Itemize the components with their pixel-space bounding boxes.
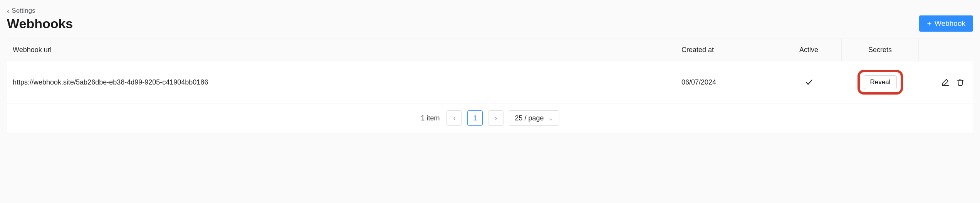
col-header-created-at: Created at — [676, 39, 776, 61]
pagination-prev-button[interactable]: ‹ — [446, 110, 462, 126]
pagination: 1 item ‹ 1 › 25 / page ⌄ — [7, 103, 973, 134]
pagination-count: 1 item — [421, 114, 440, 122]
col-header-url: Webhook url — [7, 39, 676, 61]
reveal-highlight: Reveal — [858, 70, 903, 95]
page-size-label: 25 / page — [515, 114, 544, 122]
plus-icon: + — [927, 20, 931, 27]
edit-webhook-button[interactable] — [940, 77, 950, 87]
delete-webhook-button[interactable] — [956, 77, 965, 87]
col-header-active: Active — [776, 39, 842, 61]
pencil-icon — [941, 78, 950, 86]
webhooks-table: Webhook url Created at Active Secrets ht… — [7, 39, 973, 134]
cell-active — [776, 61, 842, 103]
trash-icon — [957, 78, 964, 86]
chevron-down-icon: ⌄ — [548, 114, 554, 122]
reveal-secret-button[interactable]: Reveal — [864, 75, 897, 89]
pagination-next-button[interactable]: › — [488, 110, 503, 126]
chevron-left-icon: ‹ — [453, 114, 455, 122]
col-header-secrets: Secrets — [842, 39, 919, 61]
add-webhook-button[interactable]: + Webhook — [919, 15, 973, 32]
page-title: Webhooks — [7, 16, 73, 31]
pagination-page-1[interactable]: 1 — [467, 110, 483, 126]
cell-url: https://webhook.site/5ab26dbe-eb38-4d99-… — [7, 61, 676, 103]
page-size-select[interactable]: 25 / page ⌄ — [509, 110, 559, 126]
chevron-right-icon: › — [495, 114, 497, 122]
cell-secrets: Reveal — [842, 61, 919, 103]
breadcrumb-back[interactable]: ‹ Settings — [7, 7, 35, 15]
table-row: https://webhook.site/5ab26dbe-eb38-4d99-… — [7, 61, 973, 103]
col-header-actions — [919, 39, 973, 61]
chevron-left-icon: ‹ — [7, 7, 9, 15]
cell-actions — [919, 61, 973, 103]
add-webhook-label: Webhook — [935, 19, 965, 28]
cell-created-at: 06/07/2024 — [676, 61, 776, 103]
check-icon — [805, 78, 813, 86]
breadcrumb-label: Settings — [12, 7, 35, 15]
